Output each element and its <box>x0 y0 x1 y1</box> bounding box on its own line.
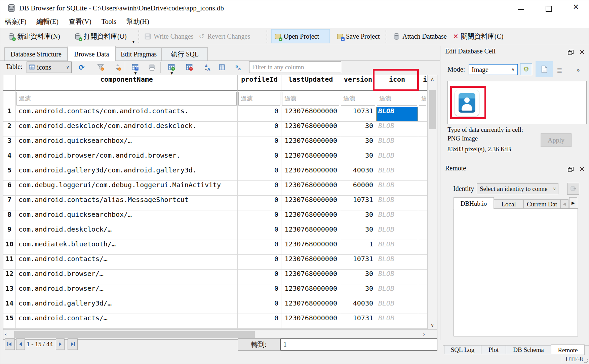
clear-filters-button[interactable] <box>97 64 104 71</box>
table-row[interactable]: 1com.android.contacts/com.android.contac… <box>3 107 427 122</box>
write-changes-button[interactable]: Write Changes <box>142 29 196 43</box>
menu-help[interactable]: 幫助(H) <box>122 16 154 28</box>
delete-record-button[interactable] <box>186 64 193 71</box>
cell-partial[interactable] <box>418 299 427 314</box>
horizontal-scroll-thumb[interactable] <box>14 331 255 338</box>
cell-version[interactable]: 30 <box>340 210 376 225</box>
first-page-button[interactable] <box>5 338 15 350</box>
corner-header[interactable] <box>3 75 16 91</box>
cell-componentName[interactable]: com.debug.loggerui/com.debug.loggerui.Ma… <box>16 181 238 196</box>
cell-icon-blob[interactable]: BLOB <box>376 181 418 196</box>
cell-partial[interactable] <box>418 314 427 329</box>
cell-version[interactable]: 60000 <box>340 181 376 196</box>
cell-lastUpdated[interactable]: 1230768000000 <box>281 255 340 270</box>
cell-componentName[interactable]: com.android.deskclock/… <box>16 225 238 240</box>
cell-version[interactable]: 10731 <box>340 107 376 122</box>
horizontal-scrollbar[interactable]: ‹ › <box>3 329 437 339</box>
menu-edit[interactable]: 編輯(E) <box>32 16 63 28</box>
cell-icon-blob[interactable]: BLOB <box>376 151 418 166</box>
cell-lastUpdated[interactable]: 1230768000000 <box>281 107 340 122</box>
table-row[interactable]: 11com.android.contacts/…0123076800000010… <box>3 255 427 270</box>
table-row[interactable]: 4com.android.browser/com.android.browser… <box>3 151 427 166</box>
cell-profileId[interactable]: 0 <box>238 210 281 225</box>
cell-partial[interactable] <box>418 284 427 299</box>
cell-componentName[interactable]: com.android.contacts/com.android.contact… <box>16 107 238 122</box>
cell-profileId[interactable]: 0 <box>238 166 281 181</box>
cell-profileId[interactable]: 0 <box>238 122 281 136</box>
column-header-profileId[interactable]: profileId <box>238 75 281 91</box>
mode-dropdown[interactable]: Image ∨ <box>469 64 518 75</box>
cell-profileId[interactable]: 0 <box>238 270 281 284</box>
scroll-down-icon[interactable]: ∨ <box>428 322 437 328</box>
close-window-button[interactable]: ✕ <box>568 0 583 14</box>
cell-icon-blob[interactable]: BLOB <box>376 107 418 122</box>
table-row[interactable]: 6com.debug.loggerui/com.debug.loggerui.M… <box>3 181 427 196</box>
dock-tab-remote[interactable]: Remote <box>551 345 585 355</box>
cell-partial[interactable] <box>418 136 427 151</box>
resize-grip-icon[interactable] <box>584 359 589 363</box>
cell-partial[interactable] <box>418 225 427 240</box>
scroll-left-icon[interactable]: ‹ <box>5 331 7 337</box>
apply-button[interactable]: Apply <box>541 133 572 147</box>
filter-cell-componentName[interactable]: 過濾 <box>16 91 238 107</box>
cell-profileId[interactable]: 0 <box>238 240 281 255</box>
cell-profileId[interactable]: 0 <box>238 299 281 314</box>
cell-version[interactable]: 10731 <box>340 314 376 329</box>
cell-profileId[interactable]: 0 <box>238 284 281 299</box>
attach-database-button[interactable]: Attach Database <box>390 29 449 43</box>
import-export-button[interactable]: ⚙ <box>520 64 532 75</box>
minimize-button[interactable] <box>514 0 528 14</box>
ab-format-button[interactable]: ba <box>235 64 242 71</box>
float-panel-icon[interactable] <box>568 50 573 54</box>
save-project-button[interactable]: ▪ Save Project <box>334 29 383 43</box>
open-database-dropdown-icon[interactable]: ▼ <box>131 39 135 44</box>
cell-version[interactable]: 30 <box>340 270 376 284</box>
tab-browse-data[interactable]: Browse Data <box>68 46 116 61</box>
cell-icon-blob[interactable]: BLOB <box>376 314 418 329</box>
prev-page-button[interactable] <box>16 338 25 350</box>
cell-componentName[interactable]: com.android.quicksearchbox/… <box>16 136 238 151</box>
cell-icon-blob[interactable]: BLOB <box>376 225 418 240</box>
cell-version[interactable]: 1 <box>340 240 376 255</box>
table-row[interactable]: 5com.android.gallery3d/com.android.galle… <box>3 166 427 181</box>
identity-dropdown[interactable]: Select an identity to conne ∨ <box>477 183 558 194</box>
cell-icon-blob[interactable]: BLOB <box>376 240 418 255</box>
dock-tab-db-schema[interactable]: DB Schema <box>506 346 551 354</box>
open-database-button[interactable]: ▸ 打開資料庫(O) ▼ <box>72 29 129 43</box>
cell-profileId[interactable]: 0 <box>238 181 281 196</box>
insert-record-button[interactable]: ▼ <box>168 64 175 71</box>
dock-splitter[interactable] <box>440 46 440 340</box>
refresh-button[interactable]: ⟳ <box>79 64 86 71</box>
tab-scroll-left-icon[interactable]: ◀ <box>560 199 568 209</box>
table-row[interactable]: 7com.android.contacts/alias.MessageShort… <box>3 196 427 210</box>
cell-lastUpdated[interactable]: 1230768000000 <box>281 196 340 210</box>
cell-componentName[interactable]: com.android.gallery3d/com.android.galler… <box>16 166 238 181</box>
cell-componentName[interactable]: com.android.contacts/… <box>16 314 238 329</box>
cell-profileId[interactable]: 0 <box>238 196 281 210</box>
table-row[interactable]: 3com.android.quicksearchbox/…01230768000… <box>3 136 427 151</box>
cell-lastUpdated[interactable]: 1230768000000 <box>281 122 340 136</box>
table-row[interactable]: 12com.android.browser/…0123076800000030B… <box>3 270 427 284</box>
new-database-button[interactable]: + 新建資料庫(N) <box>5 29 63 43</box>
table-row[interactable]: 13com.android.browser/…0123076800000030B… <box>3 284 427 299</box>
remote-tab-local[interactable]: Local <box>494 199 523 209</box>
table-row[interactable]: 15com.android.contacts/…0123076800000010… <box>3 314 427 329</box>
table-row[interactable]: 10com.mediatek.bluetooth/…01230768000000… <box>3 240 427 255</box>
cell-lastUpdated[interactable]: 1230768000000 <box>281 210 340 225</box>
tab-execute-sql[interactable]: 執行 SQL <box>162 47 208 60</box>
cell-version[interactable]: 30 <box>340 284 376 299</box>
cell-componentName[interactable]: com.android.browser/com.android.browser. <box>16 151 238 166</box>
cell-icon-blob[interactable]: BLOB <box>376 210 418 225</box>
close-database-button[interactable]: ✕ 關閉資料庫(C) <box>450 29 506 43</box>
tab-database-structure[interactable]: Database Structure <box>4 47 68 60</box>
filter-any-column-input[interactable] <box>249 62 341 73</box>
goto-row-input[interactable] <box>280 338 437 351</box>
tab-scroll-right-icon[interactable]: ▶ <box>569 197 577 209</box>
cell-partial[interactable] <box>418 151 427 166</box>
import-certificate-button[interactable] <box>567 183 579 195</box>
dock-tab-plot[interactable]: Plot <box>481 346 506 354</box>
menu-tools[interactable]: Tools <box>97 16 121 28</box>
cell-icon-blob[interactable]: BLOB <box>376 270 418 284</box>
cell-componentName[interactable]: com.mediatek.bluetooth/… <box>16 240 238 255</box>
filter-cell-profileId[interactable]: 過濾 <box>238 91 281 107</box>
